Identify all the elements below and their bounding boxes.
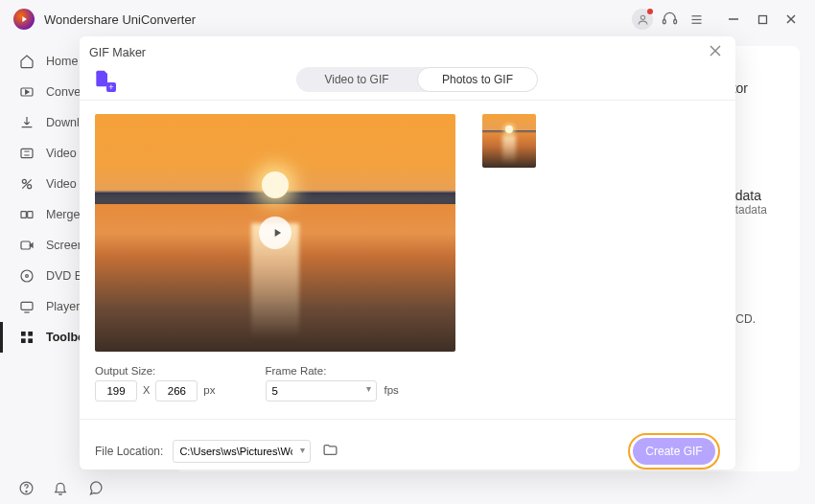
bg-text: CD. [735, 312, 756, 326]
close-button[interactable] [777, 5, 805, 34]
account-icon[interactable] [629, 6, 656, 33]
app-title: Wondershare UniConverter [44, 12, 196, 27]
minimize-button[interactable] [719, 5, 748, 34]
merger-icon [19, 207, 35, 222]
svg-rect-21 [28, 332, 33, 336]
recorder-icon [19, 238, 35, 253]
mode-tabs: Video to GIF Photos to GIF [296, 67, 538, 92]
svg-point-18 [26, 275, 29, 278]
thumbnail-1[interactable] [482, 114, 536, 168]
svg-rect-1 [663, 19, 665, 23]
play-button[interactable] [259, 217, 291, 249]
bell-icon[interactable] [52, 479, 69, 496]
svg-rect-16 [21, 241, 30, 249]
svg-point-25 [25, 491, 26, 492]
app-logo [13, 9, 35, 30]
player-icon [19, 299, 35, 314]
gif-maker-modal: GIF Maker + Video to GIF Photos to GIF [80, 36, 735, 470]
svg-point-13 [28, 185, 32, 189]
frame-rate-select[interactable] [266, 380, 377, 401]
file-location-select[interactable] [173, 440, 311, 463]
converter-icon [19, 84, 35, 100]
preview-area[interactable] [95, 114, 455, 352]
maximize-button[interactable] [748, 5, 777, 34]
titlebar: Wondershare UniConverter [0, 0, 815, 38]
svg-rect-23 [28, 338, 33, 343]
svg-rect-20 [21, 332, 26, 336]
home-icon [19, 54, 35, 69]
modal-close-button[interactable] [705, 40, 726, 65]
bg-text: data [735, 188, 761, 203]
create-gif-highlight: Create GIF [628, 433, 720, 470]
dimension-separator: X [143, 384, 150, 399]
sidebar-item-label: Player [46, 300, 80, 313]
svg-point-17 [21, 270, 33, 282]
add-file-button[interactable]: + [93, 69, 114, 90]
fps-unit: fps [384, 384, 399, 399]
svg-rect-11 [21, 149, 33, 157]
notification-dot [647, 9, 653, 14]
file-location-label: File Location: [95, 445, 163, 458]
tab-photos-to-gif[interactable]: Photos to GIF [417, 67, 538, 92]
downloader-icon [19, 115, 35, 130]
create-gif-button[interactable]: Create GIF [633, 438, 715, 465]
output-width-input[interactable] [95, 380, 137, 401]
frame-rate-label: Frame Rate: [266, 365, 399, 377]
support-icon[interactable] [656, 6, 683, 33]
sidebar-item-label: Merger [46, 208, 84, 221]
svg-rect-15 [28, 212, 33, 218]
modal-title: GIF Maker [89, 46, 146, 59]
editor-icon [19, 176, 35, 192]
tab-video-to-gif[interactable]: Video to GIF [296, 67, 417, 92]
svg-rect-22 [21, 338, 26, 343]
svg-rect-7 [758, 15, 766, 23]
dvd-icon [19, 268, 35, 284]
plus-icon: + [106, 82, 116, 92]
compressor-icon [19, 146, 35, 161]
output-height-input[interactable] [155, 380, 198, 401]
sidebar-item-label: Home [46, 55, 78, 68]
output-size-label: Output Size: [95, 365, 216, 377]
help-icon[interactable] [17, 479, 35, 496]
px-unit: px [203, 384, 215, 399]
browse-folder-button[interactable] [322, 442, 338, 461]
svg-rect-2 [673, 19, 676, 23]
svg-point-12 [22, 179, 26, 183]
menu-icon[interactable] [683, 6, 710, 33]
svg-rect-19 [21, 302, 33, 309]
svg-point-0 [640, 15, 644, 19]
svg-rect-14 [21, 212, 26, 218]
toolbox-icon [19, 330, 35, 345]
